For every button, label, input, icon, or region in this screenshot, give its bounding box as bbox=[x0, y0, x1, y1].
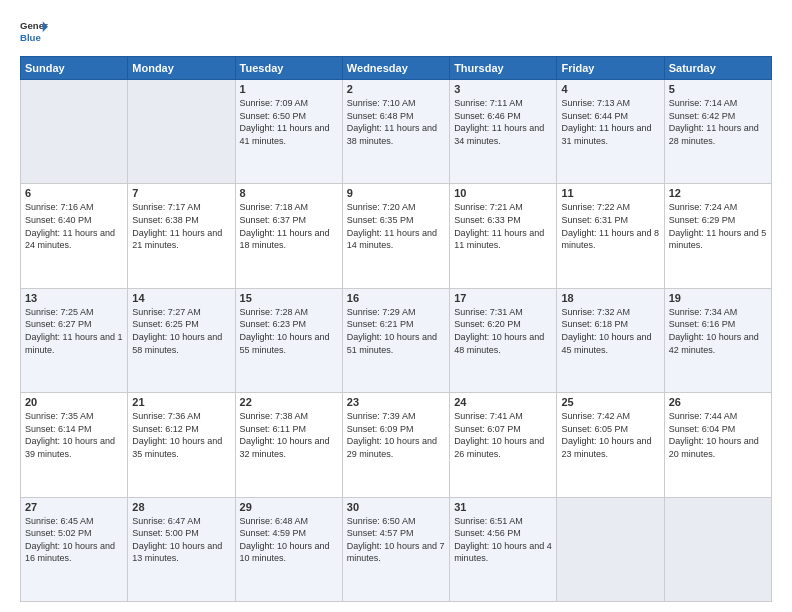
calendar-cell: 13Sunrise: 7:25 AM Sunset: 6:27 PM Dayli… bbox=[21, 288, 128, 392]
weekday-header-row: SundayMondayTuesdayWednesdayThursdayFrid… bbox=[21, 57, 772, 80]
cell-text: Sunrise: 7:42 AM Sunset: 6:05 PM Dayligh… bbox=[561, 410, 659, 460]
cell-text: Sunrise: 7:24 AM Sunset: 6:29 PM Dayligh… bbox=[669, 201, 767, 251]
calendar-cell bbox=[128, 80, 235, 184]
weekday-sunday: Sunday bbox=[21, 57, 128, 80]
day-number: 10 bbox=[454, 187, 552, 199]
cell-text: Sunrise: 7:36 AM Sunset: 6:12 PM Dayligh… bbox=[132, 410, 230, 460]
calendar-cell: 11Sunrise: 7:22 AM Sunset: 6:31 PM Dayli… bbox=[557, 184, 664, 288]
calendar-cell: 3Sunrise: 7:11 AM Sunset: 6:46 PM Daylig… bbox=[450, 80, 557, 184]
cell-text: Sunrise: 7:25 AM Sunset: 6:27 PM Dayligh… bbox=[25, 306, 123, 356]
calendar-row: 27Sunrise: 6:45 AM Sunset: 5:02 PM Dayli… bbox=[21, 497, 772, 601]
day-number: 30 bbox=[347, 501, 445, 513]
header: General Blue bbox=[20, 18, 772, 46]
cell-text: Sunrise: 7:29 AM Sunset: 6:21 PM Dayligh… bbox=[347, 306, 445, 356]
calendar-cell: 27Sunrise: 6:45 AM Sunset: 5:02 PM Dayli… bbox=[21, 497, 128, 601]
cell-text: Sunrise: 7:20 AM Sunset: 6:35 PM Dayligh… bbox=[347, 201, 445, 251]
day-number: 3 bbox=[454, 83, 552, 95]
calendar-cell: 5Sunrise: 7:14 AM Sunset: 6:42 PM Daylig… bbox=[664, 80, 771, 184]
cell-text: Sunrise: 7:27 AM Sunset: 6:25 PM Dayligh… bbox=[132, 306, 230, 356]
day-number: 16 bbox=[347, 292, 445, 304]
cell-text: Sunrise: 7:34 AM Sunset: 6:16 PM Dayligh… bbox=[669, 306, 767, 356]
day-number: 6 bbox=[25, 187, 123, 199]
cell-text: Sunrise: 6:51 AM Sunset: 4:56 PM Dayligh… bbox=[454, 515, 552, 565]
day-number: 8 bbox=[240, 187, 338, 199]
page: General Blue SundayMondayTuesdayWednesda… bbox=[0, 0, 792, 612]
cell-text: Sunrise: 6:50 AM Sunset: 4:57 PM Dayligh… bbox=[347, 515, 445, 565]
calendar-row: 20Sunrise: 7:35 AM Sunset: 6:14 PM Dayli… bbox=[21, 393, 772, 497]
cell-text: Sunrise: 7:10 AM Sunset: 6:48 PM Dayligh… bbox=[347, 97, 445, 147]
calendar-cell: 22Sunrise: 7:38 AM Sunset: 6:11 PM Dayli… bbox=[235, 393, 342, 497]
day-number: 28 bbox=[132, 501, 230, 513]
calendar-cell: 21Sunrise: 7:36 AM Sunset: 6:12 PM Dayli… bbox=[128, 393, 235, 497]
day-number: 1 bbox=[240, 83, 338, 95]
cell-text: Sunrise: 7:13 AM Sunset: 6:44 PM Dayligh… bbox=[561, 97, 659, 147]
cell-text: Sunrise: 7:16 AM Sunset: 6:40 PM Dayligh… bbox=[25, 201, 123, 251]
day-number: 25 bbox=[561, 396, 659, 408]
day-number: 21 bbox=[132, 396, 230, 408]
cell-text: Sunrise: 7:22 AM Sunset: 6:31 PM Dayligh… bbox=[561, 201, 659, 251]
cell-text: Sunrise: 7:39 AM Sunset: 6:09 PM Dayligh… bbox=[347, 410, 445, 460]
day-number: 12 bbox=[669, 187, 767, 199]
cell-text: Sunrise: 7:35 AM Sunset: 6:14 PM Dayligh… bbox=[25, 410, 123, 460]
calendar-cell: 4Sunrise: 7:13 AM Sunset: 6:44 PM Daylig… bbox=[557, 80, 664, 184]
logo-icon: General Blue bbox=[20, 18, 48, 46]
calendar-cell: 24Sunrise: 7:41 AM Sunset: 6:07 PM Dayli… bbox=[450, 393, 557, 497]
cell-text: Sunrise: 7:32 AM Sunset: 6:18 PM Dayligh… bbox=[561, 306, 659, 356]
calendar-row: 13Sunrise: 7:25 AM Sunset: 6:27 PM Dayli… bbox=[21, 288, 772, 392]
cell-text: Sunrise: 7:09 AM Sunset: 6:50 PM Dayligh… bbox=[240, 97, 338, 147]
day-number: 11 bbox=[561, 187, 659, 199]
calendar-cell: 6Sunrise: 7:16 AM Sunset: 6:40 PM Daylig… bbox=[21, 184, 128, 288]
calendar-cell: 26Sunrise: 7:44 AM Sunset: 6:04 PM Dayli… bbox=[664, 393, 771, 497]
calendar-cell: 14Sunrise: 7:27 AM Sunset: 6:25 PM Dayli… bbox=[128, 288, 235, 392]
calendar-cell: 18Sunrise: 7:32 AM Sunset: 6:18 PM Dayli… bbox=[557, 288, 664, 392]
calendar-row: 1Sunrise: 7:09 AM Sunset: 6:50 PM Daylig… bbox=[21, 80, 772, 184]
cell-text: Sunrise: 7:14 AM Sunset: 6:42 PM Dayligh… bbox=[669, 97, 767, 147]
calendar-cell: 12Sunrise: 7:24 AM Sunset: 6:29 PM Dayli… bbox=[664, 184, 771, 288]
day-number: 19 bbox=[669, 292, 767, 304]
calendar-cell: 25Sunrise: 7:42 AM Sunset: 6:05 PM Dayli… bbox=[557, 393, 664, 497]
svg-text:Blue: Blue bbox=[20, 32, 41, 43]
calendar-cell: 23Sunrise: 7:39 AM Sunset: 6:09 PM Dayli… bbox=[342, 393, 449, 497]
calendar-cell: 1Sunrise: 7:09 AM Sunset: 6:50 PM Daylig… bbox=[235, 80, 342, 184]
calendar-cell bbox=[21, 80, 128, 184]
calendar-cell bbox=[664, 497, 771, 601]
cell-text: Sunrise: 7:41 AM Sunset: 6:07 PM Dayligh… bbox=[454, 410, 552, 460]
cell-text: Sunrise: 6:48 AM Sunset: 4:59 PM Dayligh… bbox=[240, 515, 338, 565]
cell-text: Sunrise: 7:11 AM Sunset: 6:46 PM Dayligh… bbox=[454, 97, 552, 147]
calendar-cell: 28Sunrise: 6:47 AM Sunset: 5:00 PM Dayli… bbox=[128, 497, 235, 601]
cell-text: Sunrise: 7:17 AM Sunset: 6:38 PM Dayligh… bbox=[132, 201, 230, 251]
day-number: 7 bbox=[132, 187, 230, 199]
calendar-cell: 31Sunrise: 6:51 AM Sunset: 4:56 PM Dayli… bbox=[450, 497, 557, 601]
calendar-cell: 30Sunrise: 6:50 AM Sunset: 4:57 PM Dayli… bbox=[342, 497, 449, 601]
day-number: 31 bbox=[454, 501, 552, 513]
weekday-thursday: Thursday bbox=[450, 57, 557, 80]
calendar-cell: 19Sunrise: 7:34 AM Sunset: 6:16 PM Dayli… bbox=[664, 288, 771, 392]
calendar-cell: 15Sunrise: 7:28 AM Sunset: 6:23 PM Dayli… bbox=[235, 288, 342, 392]
day-number: 13 bbox=[25, 292, 123, 304]
day-number: 18 bbox=[561, 292, 659, 304]
cell-text: Sunrise: 7:31 AM Sunset: 6:20 PM Dayligh… bbox=[454, 306, 552, 356]
day-number: 2 bbox=[347, 83, 445, 95]
calendar-cell: 16Sunrise: 7:29 AM Sunset: 6:21 PM Dayli… bbox=[342, 288, 449, 392]
weekday-tuesday: Tuesday bbox=[235, 57, 342, 80]
weekday-monday: Monday bbox=[128, 57, 235, 80]
calendar-cell: 8Sunrise: 7:18 AM Sunset: 6:37 PM Daylig… bbox=[235, 184, 342, 288]
cell-text: Sunrise: 7:44 AM Sunset: 6:04 PM Dayligh… bbox=[669, 410, 767, 460]
weekday-wednesday: Wednesday bbox=[342, 57, 449, 80]
weekday-friday: Friday bbox=[557, 57, 664, 80]
calendar-cell: 20Sunrise: 7:35 AM Sunset: 6:14 PM Dayli… bbox=[21, 393, 128, 497]
day-number: 17 bbox=[454, 292, 552, 304]
day-number: 4 bbox=[561, 83, 659, 95]
cell-text: Sunrise: 6:47 AM Sunset: 5:00 PM Dayligh… bbox=[132, 515, 230, 565]
day-number: 27 bbox=[25, 501, 123, 513]
day-number: 14 bbox=[132, 292, 230, 304]
logo: General Blue bbox=[20, 18, 48, 46]
weekday-saturday: Saturday bbox=[664, 57, 771, 80]
cell-text: Sunrise: 7:28 AM Sunset: 6:23 PM Dayligh… bbox=[240, 306, 338, 356]
calendar-cell bbox=[557, 497, 664, 601]
calendar-cell: 9Sunrise: 7:20 AM Sunset: 6:35 PM Daylig… bbox=[342, 184, 449, 288]
day-number: 20 bbox=[25, 396, 123, 408]
calendar-cell: 29Sunrise: 6:48 AM Sunset: 4:59 PM Dayli… bbox=[235, 497, 342, 601]
cell-text: Sunrise: 6:45 AM Sunset: 5:02 PM Dayligh… bbox=[25, 515, 123, 565]
day-number: 26 bbox=[669, 396, 767, 408]
